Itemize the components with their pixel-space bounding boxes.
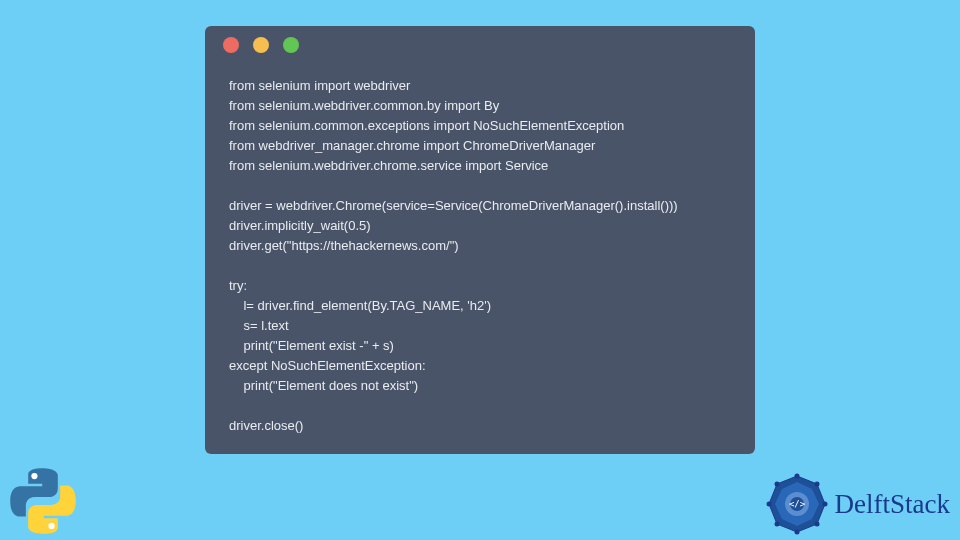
svg-point-13 <box>766 502 771 507</box>
code-line: print("Element exist -" + s) <box>229 338 394 353</box>
code-line: try: <box>229 278 247 293</box>
maximize-icon[interactable] <box>283 37 299 53</box>
svg-point-8 <box>814 482 819 487</box>
python-logo-icon <box>4 462 82 540</box>
code-line: print("Element does not exist") <box>229 378 418 393</box>
code-line: l= driver.find_element(By.TAG_NAME, 'h2'… <box>229 298 491 313</box>
code-line: from selenium.webdriver.common.by import… <box>229 98 499 113</box>
window-titlebar <box>205 26 755 64</box>
code-line: from selenium import webdriver <box>229 78 410 93</box>
svg-point-9 <box>822 502 827 507</box>
code-line: from selenium.common.exceptions import N… <box>229 118 624 133</box>
code-line: driver.get("https://thehackernews.com/") <box>229 238 459 253</box>
minimize-icon[interactable] <box>253 37 269 53</box>
code-line: from webdriver_manager.chrome import Chr… <box>229 138 595 153</box>
svg-point-11 <box>794 530 799 535</box>
svg-point-14 <box>774 482 779 487</box>
svg-point-1 <box>48 523 54 529</box>
delftstack-brand: </> DelftStack <box>765 472 950 536</box>
code-line: except NoSuchElementException: <box>229 358 426 373</box>
close-icon[interactable] <box>223 37 239 53</box>
code-line: s= l.text <box>229 318 289 333</box>
svg-point-0 <box>31 473 37 479</box>
code-window: from selenium import webdriver from sele… <box>205 26 755 454</box>
brand-name: DelftStack <box>835 489 950 520</box>
svg-point-10 <box>814 522 819 527</box>
code-line: from selenium.webdriver.chrome.service i… <box>229 158 548 173</box>
svg-point-7 <box>794 474 799 479</box>
svg-point-12 <box>774 522 779 527</box>
code-line: driver = webdriver.Chrome(service=Servic… <box>229 198 678 213</box>
code-line: driver.close() <box>229 418 303 433</box>
code-line: driver.implicitly_wait(0.5) <box>229 218 371 233</box>
svg-text:</>: </> <box>788 499 805 509</box>
delftstack-logo-icon: </> <box>765 472 829 536</box>
code-content: from selenium import webdriver from sele… <box>205 64 755 436</box>
